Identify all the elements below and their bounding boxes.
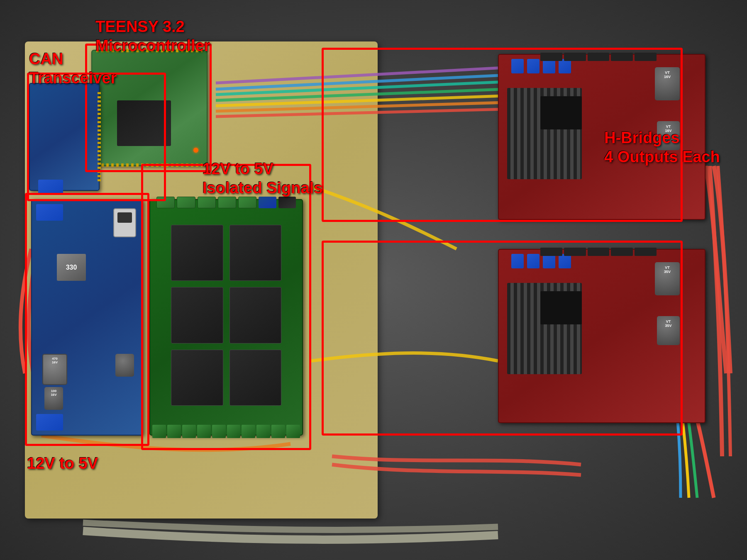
screw-terminal-1 xyxy=(152,425,166,438)
hbridge-screw-terminals-bottom xyxy=(540,248,657,256)
hbridge-cap2-bottom: VT35V xyxy=(657,316,680,345)
terminal-top-5 xyxy=(238,197,256,208)
hbridge-bottom-pcb: VT35V VT35V xyxy=(498,249,706,423)
isolator-terminals-bottom xyxy=(152,425,300,438)
screw-terminal-10 xyxy=(286,425,300,438)
hbridge-cap-bottom: VT35V xyxy=(655,262,680,295)
terminal-top-gnd xyxy=(278,197,296,208)
hbridge-top-pcb: VT16V VT16V xyxy=(498,54,706,220)
screw-terminal-5 xyxy=(212,425,226,438)
isolator-chip-2 xyxy=(229,225,282,281)
cap2b-label: VT35V xyxy=(657,316,680,328)
screw-terminal-8 xyxy=(256,425,270,438)
teensy-pcb xyxy=(91,50,208,166)
cap2-label: VT16V xyxy=(657,121,680,133)
isolator-pcb xyxy=(149,199,303,436)
screw-b3 xyxy=(588,248,610,256)
isolator-chip-1 xyxy=(171,225,223,281)
screw-b4 xyxy=(611,248,633,256)
terminal-top-2 xyxy=(177,197,195,208)
screw-b5 xyxy=(635,248,657,256)
hbridge-term-4 xyxy=(559,59,571,73)
isolator-terminals-top xyxy=(156,197,296,208)
hbridge-term-b1 xyxy=(511,254,524,268)
screw-terminal-7 xyxy=(242,425,255,438)
converter-terminal-bottom xyxy=(36,414,63,431)
screw-terminal-9 xyxy=(271,425,285,438)
hbridge-terminals-top xyxy=(511,59,571,73)
hbridge-term-1 xyxy=(511,59,524,73)
screw-1 xyxy=(540,53,562,61)
screw-terminal-4 xyxy=(197,425,211,438)
isolator-chip-6 xyxy=(229,350,282,406)
hbridge-cap2-top: VT16V xyxy=(657,121,680,150)
converter-pcb: 330 47016V 10016V xyxy=(31,199,143,436)
teensy-pins-bottom xyxy=(96,163,203,167)
screw-terminal-3 xyxy=(182,425,196,438)
converter-terminal-top xyxy=(36,204,63,221)
photo-container: 330 47016V 10016V xyxy=(0,0,747,560)
hbridge-chip-top xyxy=(540,96,582,129)
isolator-chip-4 xyxy=(229,287,282,343)
hbridge-term-2 xyxy=(527,59,540,73)
screw-4 xyxy=(611,53,633,61)
terminal-top-3 xyxy=(198,197,216,208)
hbridge-term-b4 xyxy=(559,254,571,268)
screw-terminal-6 xyxy=(227,425,241,438)
hbridge-term-b3 xyxy=(543,254,555,268)
screw-b2 xyxy=(564,248,586,256)
converter-inductor: 330 xyxy=(57,254,86,281)
isolator-chip-5 xyxy=(171,350,223,406)
isolator-chip-3 xyxy=(171,287,223,343)
isolator-chips-area xyxy=(167,221,286,410)
teensy-pins-top xyxy=(96,49,203,52)
cap-small-label: 10016V xyxy=(44,387,63,397)
hbridge-screw-terminals-top xyxy=(540,53,657,61)
hbridge-terminals-bottom xyxy=(511,254,571,268)
screw-5 xyxy=(635,53,657,61)
terminal-top-4 xyxy=(218,197,236,208)
screw-b1 xyxy=(540,248,562,256)
converter-capacitor2 xyxy=(115,354,134,377)
teensy-main-chip xyxy=(117,100,171,146)
cap-label-bottom: VT35V xyxy=(655,262,680,274)
converter-capacitor-small: 10016V xyxy=(44,387,63,410)
terminal-top-1 xyxy=(156,197,175,208)
inductor-label: 330 xyxy=(66,264,77,271)
can-pins xyxy=(98,92,101,182)
converter-usb-port xyxy=(113,208,136,237)
terminal-top-vcc xyxy=(259,197,276,208)
hbridge-cap-top: VT16V xyxy=(655,67,680,100)
cap-label-top: VT16V xyxy=(655,67,680,79)
usb-hole xyxy=(117,212,132,223)
teensy-led xyxy=(193,148,198,153)
screw-terminal-2 xyxy=(167,425,181,438)
screw-2 xyxy=(564,53,586,61)
can-transceiver-pcb xyxy=(29,83,100,191)
screw-3 xyxy=(588,53,610,61)
converter-capacitor-large: 47016V xyxy=(42,354,67,385)
hbridge-term-3 xyxy=(543,59,555,73)
hbridge-term-b2 xyxy=(527,254,540,268)
hbridge-chip-bottom xyxy=(540,291,582,324)
can-terminal xyxy=(38,180,63,194)
cap-label: 47016V xyxy=(43,355,66,364)
